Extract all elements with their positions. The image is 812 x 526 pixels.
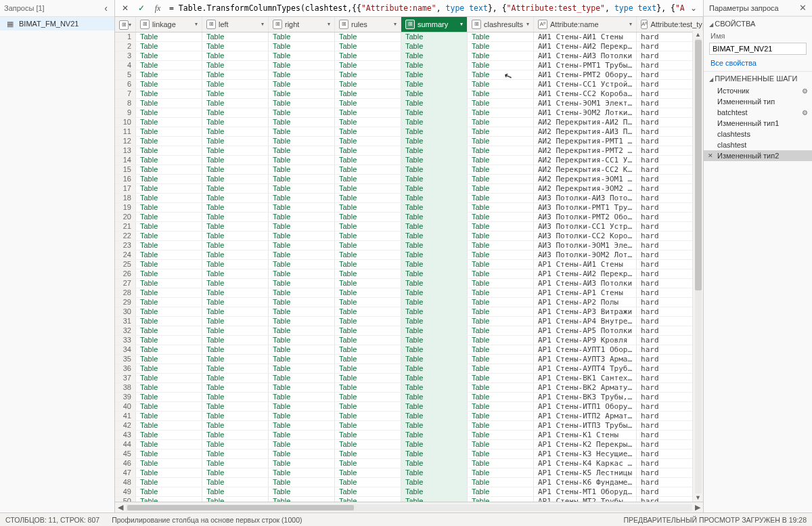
cell[interactable]: Table: [202, 487, 269, 497]
cell[interactable]: Table: [269, 374, 335, 383]
cell[interactable]: АИ1 Стены-ЭОМ2 Лотки…: [534, 108, 637, 118]
cell[interactable]: Table: [136, 269, 202, 279]
table-row[interactable]: 10TableTableTableTableTableTableАИ2 Пере…: [115, 118, 703, 127]
cell[interactable]: АИ2 Перекрытия-РМТ1 …: [534, 137, 637, 146]
cell[interactable]: Table: [468, 99, 534, 108]
row-number[interactable]: 39: [115, 393, 136, 402]
cell[interactable]: Table: [269, 487, 335, 497]
cell[interactable]: Table: [136, 99, 202, 108]
cell[interactable]: АР1 Стены-АР1 Стены: [534, 288, 637, 298]
cell[interactable]: Table: [269, 260, 335, 269]
table-row[interactable]: 30TableTableTableTableTableTableАР1 Стен…: [115, 307, 703, 317]
cell[interactable]: Table: [269, 194, 335, 203]
gear-icon[interactable]: ⚙: [802, 109, 808, 116]
cell[interactable]: АИ1 Стены-РМТ2 Обору…: [534, 70, 637, 80]
table-row[interactable]: 35TableTableTableTableTableTableАР1 Стен…: [115, 355, 703, 364]
cell[interactable]: АР1 Стены-АР9 Кровля: [534, 336, 637, 345]
cell[interactable]: Table: [202, 137, 269, 146]
collapse-queries-button[interactable]: ‹: [102, 3, 110, 14]
cell[interactable]: АИ1 Стены-АИ3 Потолки: [534, 51, 637, 61]
cell[interactable]: Table: [401, 175, 468, 184]
cell[interactable]: Table: [202, 99, 269, 108]
table-row[interactable]: 2TableTableTableTableTableTableАИ1 Стены…: [115, 42, 703, 51]
column-filter-button[interactable]: ▾: [526, 18, 529, 31]
row-number[interactable]: 12: [115, 137, 136, 146]
cell[interactable]: Table: [401, 222, 468, 232]
cell[interactable]: Table: [401, 250, 468, 260]
cell[interactable]: АР1 Стены-АИ2 Перекр…: [534, 269, 637, 279]
table-row[interactable]: 21TableTableTableTableTableTableАИ3 Пото…: [115, 222, 703, 232]
row-number[interactable]: 50: [115, 497, 136, 502]
cell[interactable]: Table: [202, 61, 269, 70]
cell[interactable]: Table: [335, 99, 401, 108]
cell[interactable]: Table: [136, 345, 202, 355]
cell[interactable]: Table: [401, 108, 468, 118]
cell[interactable]: Table: [136, 260, 202, 269]
cell[interactable]: Table: [401, 431, 468, 440]
cell[interactable]: Table: [335, 317, 401, 326]
cell[interactable]: Table: [202, 440, 269, 450]
cell[interactable]: Table: [136, 478, 202, 487]
cell[interactable]: Table: [401, 345, 468, 355]
cell[interactable]: Table: [401, 165, 468, 175]
applied-step[interactable]: Измененный тип: [704, 96, 812, 107]
table-row[interactable]: 1TableTableTableTableTableTableАИ1 Стены…: [115, 32, 703, 42]
cell[interactable]: Table: [202, 42, 269, 51]
cell[interactable]: Table: [136, 203, 202, 213]
cell[interactable]: АИ3 Потолки-ЭОМ1 Эле…: [534, 241, 637, 250]
table-row[interactable]: 19TableTableTableTableTableTableАИ3 Пото…: [115, 203, 703, 213]
cell[interactable]: Table: [335, 241, 401, 250]
cell[interactable]: Table: [401, 194, 468, 203]
cell[interactable]: Table: [202, 317, 269, 326]
type-icon[interactable]: ⊞: [339, 20, 348, 29]
cell[interactable]: Table: [202, 421, 269, 431]
cell[interactable]: Table: [136, 32, 202, 42]
type-icon[interactable]: ⊞: [472, 20, 481, 29]
row-number[interactable]: 43: [115, 431, 136, 440]
cell[interactable]: Table: [335, 326, 401, 336]
cell[interactable]: АИ1 Стены-АИ2 Перекр…: [534, 42, 637, 51]
cell[interactable]: Table: [136, 213, 202, 222]
cell[interactable]: Table: [202, 203, 269, 213]
cell[interactable]: Table: [269, 307, 335, 317]
cell[interactable]: Table: [202, 108, 269, 118]
cell[interactable]: Table: [468, 222, 534, 232]
cell[interactable]: Table: [136, 137, 202, 146]
cell[interactable]: АР1 Стены-К1 Стены: [534, 431, 637, 440]
scroll-right-button[interactable]: ▶: [692, 503, 703, 512]
cell[interactable]: Table: [136, 175, 202, 184]
row-number[interactable]: 8: [115, 99, 136, 108]
cell[interactable]: Table: [401, 51, 468, 61]
cell[interactable]: Table: [335, 279, 401, 288]
cell[interactable]: Table: [136, 421, 202, 431]
cell[interactable]: АР1 Стены-ВК3 Трубы,…: [534, 393, 637, 402]
table-row[interactable]: 23TableTableTableTableTableTableАИ3 Пото…: [115, 241, 703, 250]
table-row[interactable]: 17TableTableTableTableTableTableАИ2 Пере…: [115, 184, 703, 194]
cell[interactable]: Table: [468, 468, 534, 478]
type-icon[interactable]: ⊞: [273, 20, 282, 29]
cell[interactable]: Table: [401, 468, 468, 478]
cell[interactable]: Table: [335, 450, 401, 459]
cell[interactable]: Table: [269, 203, 335, 213]
cell[interactable]: Table: [335, 288, 401, 298]
table-row[interactable]: 8TableTableTableTableTableTableАИ1 Стены…: [115, 99, 703, 108]
cell[interactable]: Table: [136, 146, 202, 156]
cell[interactable]: АР1 Стены-АР4 Внутре…: [534, 317, 637, 326]
table-row[interactable]: 43TableTableTableTableTableTableАР1 Стен…: [115, 431, 703, 440]
cell[interactable]: АИ1 Стены-АИ1 Стены: [534, 32, 637, 42]
table-row[interactable]: 41TableTableTableTableTableTableАР1 Стен…: [115, 412, 703, 421]
cell[interactable]: АИ3 Потолки-ЭОМ2 Лот…: [534, 250, 637, 260]
cell[interactable]: Table: [401, 279, 468, 288]
cell[interactable]: Table: [401, 70, 468, 80]
cell[interactable]: Table: [269, 42, 335, 51]
cell[interactable]: Table: [468, 165, 534, 175]
cell[interactable]: Table: [202, 459, 269, 468]
row-number[interactable]: 18: [115, 194, 136, 203]
cell[interactable]: Table: [136, 317, 202, 326]
cell[interactable]: Table: [401, 156, 468, 165]
row-number[interactable]: 26: [115, 269, 136, 279]
cell[interactable]: Table: [401, 450, 468, 459]
column-filter-button[interactable]: ▾: [629, 18, 632, 31]
cell[interactable]: Table: [468, 336, 534, 345]
table-row[interactable]: 22TableTableTableTableTableTableАИ3 Пото…: [115, 232, 703, 241]
